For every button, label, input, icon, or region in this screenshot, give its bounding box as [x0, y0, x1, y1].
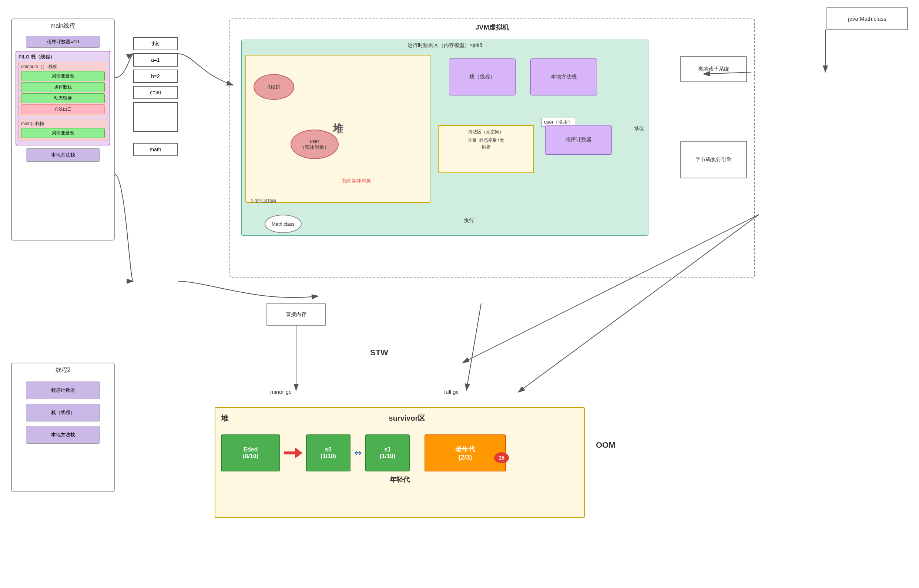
- main-local-vars: 局部变量表: [21, 128, 105, 138]
- method-area: 方法区（元空间） 常量+静态变量+类信息: [438, 125, 534, 173]
- modify-label: 修改: [634, 125, 644, 132]
- math-ellipse: math: [254, 74, 294, 100]
- arrow-eden-to-s0: [284, 447, 302, 459]
- c-ref-box: c=30: [133, 86, 178, 99]
- arrow-to-this: [115, 54, 133, 78]
- program-counter: 程序计数器=10: [26, 36, 100, 48]
- native-method-stack: 本地方法栈: [26, 149, 100, 162]
- badge-15: 15: [494, 452, 509, 463]
- thread2-title: 线程2: [12, 363, 114, 377]
- method-area-content: 常量+静态变量+类信息: [441, 137, 530, 150]
- direct-memory-box: 直接内存: [266, 304, 326, 326]
- arrow-jvm-to-fullgc: [466, 304, 481, 390]
- runtime-pc: 程序计数器: [545, 125, 612, 155]
- arrow-s0-s1: ⇔: [354, 448, 362, 458]
- a-ref-box: a=1: [133, 53, 178, 66]
- class-loader-box: 类装载子系统: [680, 56, 747, 82]
- old-gen-block: 老年代 (2/3) 15: [425, 435, 506, 472]
- filo-stack: FILO 栈（线程） compute（）-栈帧 局部变量表 操作数栈 动态链接 …: [16, 51, 110, 145]
- runtime-title: 运行时数据区（内存模型）=jdk8: [242, 40, 648, 51]
- compute-frame: compute（）-栈帧 局部变量表 操作数栈 动态链接 方法出口: [18, 62, 107, 117]
- method-area-title: 方法区（元空间）: [441, 129, 530, 135]
- filo-label: FILO 栈（线程）: [18, 54, 107, 60]
- arrow-to-math-ref: [115, 174, 133, 281]
- java-math-class-box: java.Math.class: [827, 7, 908, 30]
- arrow-math-to-heap: [178, 281, 318, 297]
- execute-label: 执行: [464, 218, 474, 224]
- jvm-title: JVM虚拟机: [230, 19, 754, 36]
- runtime-native: 本地方法栈: [530, 58, 597, 95]
- stw-label: STW: [370, 348, 388, 357]
- middle-ref-boxes: this a=1 b=2 c=30 math: [133, 37, 178, 156]
- eden-block: Eded (8/10): [221, 435, 280, 472]
- oom-label: OOM: [596, 440, 615, 450]
- stack-item-local-vars: 局部变量表: [21, 71, 105, 81]
- s0-block: s0 (1/10): [306, 435, 350, 472]
- thread2-box: 线程2 程序计数器 栈（线程） 本地方法栈: [11, 363, 115, 492]
- heap-diagram-survivor-label: survivor区: [389, 414, 425, 423]
- mathclass-ellipse: Math.class: [265, 215, 302, 233]
- bytecode-engine-box: 字节码执行引擎: [680, 141, 747, 178]
- thread2-item-pc: 程序计数器: [26, 381, 100, 399]
- heap-diagram: 堆 survivor区 Eded (8/10) s0 (1/10) ⇔ s1 (…: [215, 407, 585, 518]
- main-frame-title: main()-栈帧: [21, 121, 105, 127]
- java-math-class-label: java.Math.class: [848, 16, 886, 22]
- b-ref-box: b=2: [133, 69, 178, 83]
- stack-item-method-exit: 方法出口: [21, 104, 105, 114]
- thread2-item-stack: 栈（线程）: [26, 404, 100, 422]
- point-text: 指向实体对象: [342, 178, 371, 184]
- young-gen-label: 年轻代: [221, 475, 578, 484]
- s1-block: s1 (1/10): [365, 435, 410, 472]
- stack-item-operand: 操作数栈: [21, 82, 105, 92]
- heap-area: 堆 math user （实体对象） Math.class 头信息里指向 指向实…: [245, 55, 430, 203]
- heap-label: 堆: [333, 122, 343, 136]
- compute-frame-title: compute（）-栈帧: [21, 64, 105, 70]
- full-gc-label: full gc: [444, 389, 459, 395]
- main-frame: main()-栈帧 局部变量表: [18, 119, 107, 141]
- runtime-stack: 栈（线程）: [449, 58, 515, 95]
- math-ref-box: math: [133, 143, 178, 156]
- this-ref-box: this: [133, 37, 178, 50]
- minor-gc-label: minor gc: [270, 389, 292, 395]
- main-thread-box: main线程 程序计数器=10 FILO 栈（线程） compute（）-栈帧 …: [11, 18, 115, 241]
- runtime-area: 运行时数据区（内存模型）=jdk8 堆 math user （实体对象） Mat…: [241, 40, 648, 236]
- thread2-item-native: 本地方法栈: [26, 426, 100, 444]
- jvm-box: JVM虚拟机 运行时数据区（内存模型）=jdk8 堆 math user （实体…: [229, 18, 755, 278]
- head-info-text: 头信息里指向: [250, 198, 276, 204]
- stack-item-dynamic-link: 动态链接: [21, 93, 105, 103]
- arrow-this-to-jvm: [178, 54, 233, 85]
- empty-ref-box: [133, 102, 178, 132]
- heap-blocks: Eded (8/10) s0 (1/10) ⇔ s1 (1/10) 老年代 (2…: [221, 435, 578, 472]
- user-ellipse: user （实体对象）: [291, 129, 339, 159]
- main-thread-title: main线程: [12, 19, 114, 33]
